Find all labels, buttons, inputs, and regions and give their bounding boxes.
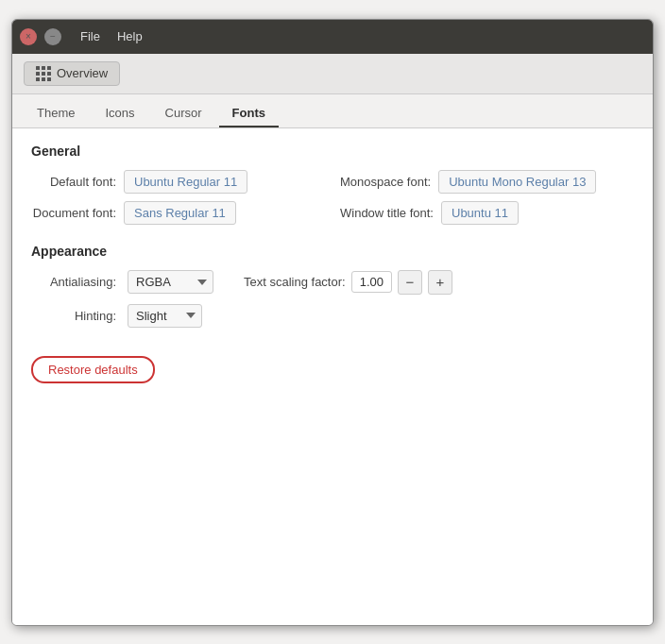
- tab-bar: Theme Icons Cursor Fonts: [12, 94, 653, 128]
- window-title-font-row: Window title font: Ubuntu 11: [340, 201, 634, 225]
- monospace-font-button[interactable]: Ubuntu Mono Regular 13: [438, 170, 596, 194]
- hinting-label: Hinting:: [31, 309, 116, 323]
- document-font-row: Document font: Sans Regular 11: [31, 201, 325, 225]
- app-window: × − File Help Overview Theme Icons Curso…: [11, 19, 654, 626]
- close-button[interactable]: ×: [20, 28, 37, 45]
- tab-fonts[interactable]: Fonts: [219, 100, 279, 127]
- minimize-button[interactable]: −: [44, 28, 61, 45]
- menu-help[interactable]: Help: [110, 27, 150, 45]
- scaling-value: 1.00: [351, 271, 392, 293]
- overview-label: Overview: [57, 66, 108, 80]
- default-font-label: Default font:: [31, 175, 116, 189]
- decrease-button[interactable]: −: [398, 270, 422, 295]
- document-font-label: Document font:: [31, 206, 116, 220]
- hinting-row: Hinting: Slight None Full Medium: [31, 304, 634, 328]
- appearance-section: Appearance Antialiasing: RGBA None Grays…: [31, 244, 634, 328]
- default-font-button[interactable]: Ubuntu Regular 11: [124, 170, 247, 194]
- increase-button[interactable]: +: [428, 270, 452, 295]
- overview-button[interactable]: Overview: [24, 61, 120, 86]
- titlebar: × − File Help: [12, 20, 653, 54]
- tab-theme[interactable]: Theme: [24, 100, 88, 127]
- appearance-rows: Antialiasing: RGBA None Grayscale Subpix…: [31, 270, 634, 328]
- antialiasing-select[interactable]: RGBA None Grayscale Subpixel: [128, 270, 213, 294]
- scaling-control: Text scaling factor: 1.00 − +: [244, 270, 452, 295]
- appearance-section-title: Appearance: [31, 244, 634, 259]
- empty-area: [12, 398, 653, 625]
- menu-file[interactable]: File: [73, 27, 108, 45]
- monospace-font-label: Monospace font:: [340, 175, 431, 189]
- toolbar: Overview: [12, 54, 653, 94]
- window-title-font-button[interactable]: Ubuntu 11: [441, 201, 519, 225]
- hinting-select[interactable]: Slight None Full Medium: [128, 304, 202, 328]
- monospace-font-row: Monospace font: Ubuntu Mono Regular 13: [340, 170, 634, 194]
- menu-bar: File Help: [73, 27, 150, 45]
- content-area: General Default font: Ubuntu Regular 11 …: [12, 128, 653, 398]
- window-title-font-label: Window title font:: [340, 206, 434, 220]
- tab-icons[interactable]: Icons: [92, 100, 147, 127]
- minimize-icon: −: [50, 31, 56, 42]
- document-font-button[interactable]: Sans Regular 11: [124, 201, 236, 225]
- tab-cursor[interactable]: Cursor: [152, 100, 215, 127]
- antialiasing-row: Antialiasing: RGBA None Grayscale Subpix…: [31, 270, 634, 295]
- restore-defaults-button[interactable]: Restore defaults: [31, 356, 155, 383]
- scaling-label: Text scaling factor:: [244, 275, 346, 289]
- antialiasing-label: Antialiasing:: [31, 275, 116, 289]
- default-font-row: Default font: Ubuntu Regular 11: [31, 170, 325, 194]
- general-section-title: General: [31, 144, 634, 159]
- close-icon: ×: [26, 31, 31, 42]
- font-grid: Default font: Ubuntu Regular 11 Monospac…: [31, 170, 634, 225]
- grid-icon: [36, 66, 51, 81]
